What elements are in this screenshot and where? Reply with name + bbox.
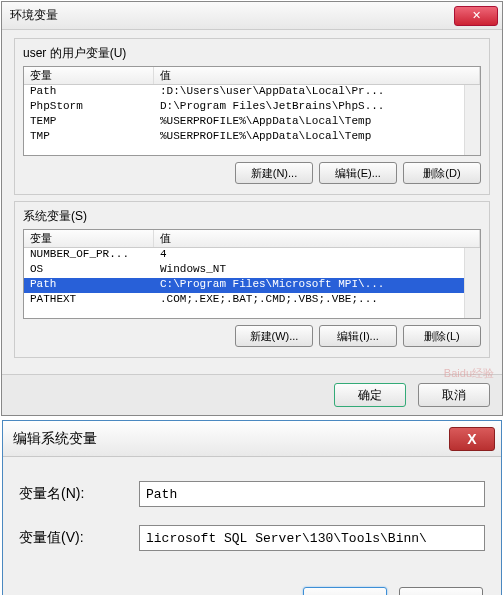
col-variable: 变量 (24, 67, 154, 84)
dialog-title: 编辑系统变量 (3, 430, 449, 448)
edit-system-variable-dialog: 编辑系统变量 X 变量名(N): 变量值(V): 确定 取消 php 中文网 (2, 420, 502, 595)
ok-button[interactable]: 确定 (334, 383, 406, 407)
variable-name-label: 变量名(N): (19, 485, 139, 503)
dialog-title: 环境变量 (6, 7, 454, 24)
user-vars-group: user 的用户变量(U) 变量 值 Path:D:\Users\user\Ap… (14, 38, 490, 195)
user-vars-label: user 的用户变量(U) (23, 45, 481, 62)
titlebar: 环境变量 ✕ (2, 2, 502, 30)
edit-sys-button[interactable]: 编辑(I)... (319, 325, 397, 347)
close-icon[interactable]: X (449, 427, 495, 451)
col-variable: 变量 (24, 230, 154, 247)
col-value: 值 (154, 230, 480, 247)
cancel-button[interactable]: 取消 (399, 587, 483, 595)
delete-sys-button[interactable]: 删除(L) (403, 325, 481, 347)
table-row[interactable]: Path:D:\Users\user\AppData\Local\Pr... (24, 85, 480, 100)
edit-user-button[interactable]: 编辑(E)... (319, 162, 397, 184)
col-value: 值 (154, 67, 480, 84)
table-row[interactable]: PathC:\Program Files\Microsoft MPI\... (24, 278, 480, 293)
close-icon[interactable]: ✕ (454, 6, 498, 26)
scrollbar[interactable] (464, 85, 480, 155)
variable-value-input[interactable] (139, 525, 485, 551)
new-user-button[interactable]: 新建(N)... (235, 162, 313, 184)
ok-button[interactable]: 确定 (303, 587, 387, 595)
variable-name-input[interactable] (139, 481, 485, 507)
table-row[interactable]: PhpStormD:\Program Files\JetBrains\PhpS.… (24, 100, 480, 115)
titlebar: 编辑系统变量 X (3, 421, 501, 457)
table-row[interactable]: PATHEXT.COM;.EXE;.BAT;.CMD;.VBS;.VBE;... (24, 293, 480, 308)
system-vars-table[interactable]: 变量 值 NUMBER_OF_PR...4OSWindows_NTPathC:\… (23, 229, 481, 319)
variable-value-label: 变量值(V): (19, 529, 139, 547)
cancel-button[interactable]: 取消 (418, 383, 490, 407)
table-row[interactable]: NUMBER_OF_PR...4 (24, 248, 480, 263)
delete-user-button[interactable]: 删除(D) (403, 162, 481, 184)
scrollbar[interactable] (464, 248, 480, 318)
new-sys-button[interactable]: 新建(W)... (235, 325, 313, 347)
table-row[interactable]: OSWindows_NT (24, 263, 480, 278)
system-vars-label: 系统变量(S) (23, 208, 481, 225)
table-row[interactable]: TMP%USERPROFILE%\AppData\Local\Temp (24, 130, 480, 145)
system-vars-group: 系统变量(S) 变量 值 NUMBER_OF_PR...4OSWindows_N… (14, 201, 490, 358)
user-vars-table[interactable]: 变量 值 Path:D:\Users\user\AppData\Local\Pr… (23, 66, 481, 156)
table-row[interactable]: TEMP%USERPROFILE%\AppData\Local\Temp (24, 115, 480, 130)
env-variables-dialog: 环境变量 ✕ user 的用户变量(U) 变量 值 Path:D:\Users\… (1, 1, 503, 416)
